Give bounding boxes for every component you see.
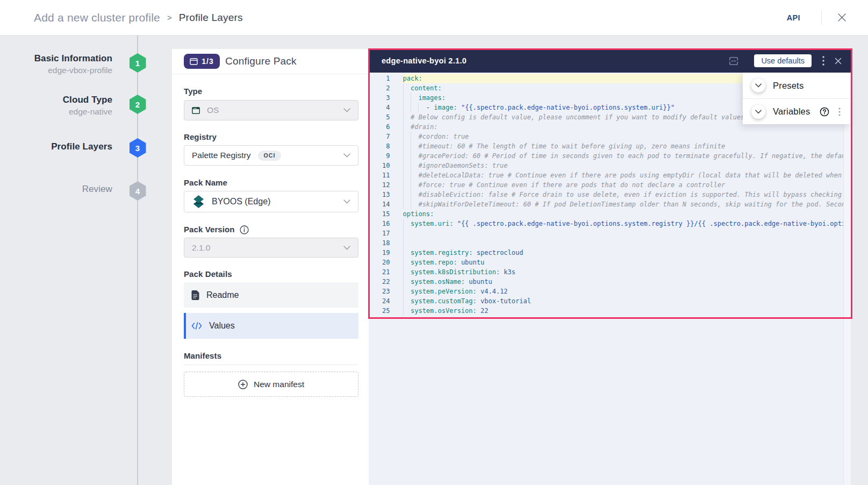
code-line[interactable]: #skipWaitForDeleteTimeout: 60 # If pod D…	[403, 199, 844, 209]
step-indicator-review[interactable]: 4	[130, 181, 146, 201]
step-label-profile-layers[interactable]: Profile Layers	[51, 141, 112, 153]
variables-help-icon[interactable]	[820, 107, 829, 117]
code-line[interactable]: system.k8sDistribution: k3s	[403, 267, 844, 277]
editor-pack-title: edge-native-byoi 2.1.0	[382, 56, 467, 65]
indent-guide	[403, 306, 404, 316]
chevron-down-icon	[755, 110, 762, 114]
code-line[interactable]: #timeout: 60 # The length of time to wai…	[403, 141, 844, 151]
indent-guide	[411, 93, 411, 103]
chevron-down-icon	[343, 108, 350, 112]
indent-guide	[403, 229, 404, 238]
variables-label: Variables	[773, 106, 810, 117]
code-line[interactable]: #gracePeriod: 60 # Period of time in sec…	[403, 151, 844, 161]
registry-value: Palette Registry	[192, 151, 250, 160]
step-label-cloud-type[interactable]: Cloud Type edge-native	[63, 94, 112, 118]
plus-circle-icon	[238, 380, 248, 389]
values-tab[interactable]: Values	[184, 313, 358, 339]
line-number: 11	[369, 170, 390, 180]
indent-guide	[411, 180, 411, 190]
presets-expand-button[interactable]	[751, 79, 765, 92]
line-number: 15	[369, 209, 390, 219]
step-subtitle: edge-vbox-profile	[34, 65, 112, 76]
indent-guide	[403, 151, 404, 161]
code-line[interactable]: options:	[403, 209, 844, 219]
step-title: Basic Information	[34, 53, 112, 65]
diff-view-icon[interactable]	[728, 56, 739, 66]
line-number: 10	[369, 161, 390, 170]
code-line[interactable]: system.osVersion: 22	[403, 306, 844, 316]
code-line[interactable]	[403, 238, 844, 248]
code-content[interactable]: pack: content: images: - image: "{{.spec…	[403, 73, 844, 485]
presets-row[interactable]: Presets	[743, 73, 850, 98]
code-line[interactable]: #cordon: true	[403, 132, 844, 141]
variables-kebab-menu[interactable]	[836, 108, 843, 116]
step-title: Cloud Type	[63, 94, 112, 106]
indent-guide	[403, 277, 404, 287]
editor-scrollbar[interactable]	[843, 73, 851, 485]
indent-guide	[403, 180, 404, 190]
indent-guide	[403, 132, 404, 141]
step-label-basic-information[interactable]: Basic Information edge-vbox-profile	[34, 53, 112, 76]
wizard-stepper: 1 Basic Information edge-vbox-profile 2 …	[0, 35, 172, 485]
indent-guide	[403, 170, 404, 180]
code-editor[interactable]: 1234567891011121314151617181920212223242…	[369, 73, 851, 485]
line-number: 24	[369, 296, 390, 306]
pack-name-select[interactable]: BYOOS (Edge)	[184, 191, 358, 212]
type-value: OS	[207, 105, 219, 115]
code-line[interactable]	[403, 229, 844, 238]
editor-kebab-menu[interactable]	[817, 54, 830, 67]
breadcrumb-parent[interactable]: Add a new cluster profile	[34, 11, 160, 24]
api-button[interactable]: API	[787, 13, 800, 22]
presets-label: Presets	[773, 81, 804, 91]
indent-guide	[403, 93, 404, 103]
use-defaults-button[interactable]: Use defaults	[754, 54, 812, 67]
pack-step-count: 1/3	[202, 57, 213, 66]
step-indicator-basic-information[interactable]: 1	[130, 53, 146, 73]
new-manifest-button[interactable]: New manifest	[184, 372, 358, 397]
pack-details-label: Pack Details	[184, 269, 358, 280]
step-title: Profile Layers	[51, 141, 112, 153]
code-line[interactable]: system.uri: "{{ .spectro.pack.edge-nativ…	[403, 219, 844, 229]
code-line[interactable]: #disableEviction: false # Force drain to…	[403, 190, 844, 199]
code-line[interactable]: system.customTag: vbox-tutorial	[403, 296, 844, 306]
variables-row[interactable]: Variables	[743, 98, 850, 124]
code-line[interactable]: #deleteLocalData: true # Continue even i…	[403, 170, 844, 180]
info-icon[interactable]	[240, 225, 249, 234]
new-manifest-label: New manifest	[254, 380, 304, 389]
code-line[interactable]: #ignoreDaemonSets: true	[403, 161, 844, 170]
step-label-review[interactable]: Review	[82, 183, 112, 195]
manifests-divider	[184, 365, 358, 365]
configure-pack-title: Configure Pack	[225, 55, 297, 67]
step-indicator-cloud-type[interactable]: 2	[130, 95, 146, 114]
indent-guide	[403, 238, 404, 248]
editor-close-button[interactable]	[832, 55, 844, 67]
pack-version-select: 2.1.0	[184, 238, 358, 258]
code-line[interactable]: system.peVersion: v4.4.12	[403, 287, 844, 296]
pack-version-value: 2.1.0	[192, 243, 210, 253]
code-line[interactable]: system.osName: ubuntu	[403, 277, 844, 287]
close-wizard-button[interactable]	[837, 13, 847, 23]
step-indicator-profile-layers[interactable]: 3	[130, 138, 146, 158]
close-icon	[837, 13, 847, 22]
indent-guide	[403, 248, 404, 258]
step-subtitle: edge-native	[63, 106, 112, 118]
values-label: Values	[209, 321, 235, 331]
variables-expand-button[interactable]	[751, 105, 765, 119]
line-number: 12	[369, 180, 390, 190]
code-line[interactable]: system.repo: ubuntu	[403, 258, 844, 267]
line-number: 16	[369, 219, 390, 229]
registry-select[interactable]: Palette Registry OCI	[184, 145, 358, 166]
indent-guide	[403, 122, 404, 132]
pack-name-label: Pack Name	[184, 177, 358, 188]
readme-tab[interactable]: Readme	[184, 282, 358, 308]
code-line[interactable]: #force: true # Continue even if there ar…	[403, 180, 844, 190]
pack-logo-icon	[192, 195, 205, 208]
line-number: 18	[369, 238, 390, 248]
line-number: 7	[369, 132, 390, 141]
step-number: 3	[135, 144, 140, 153]
indent-guide	[403, 287, 404, 296]
chevron-down-icon	[343, 246, 350, 250]
readme-label: Readme	[206, 290, 239, 300]
indent-guide	[403, 258, 404, 267]
code-line[interactable]: system.registry: spectrocloud	[403, 248, 844, 258]
